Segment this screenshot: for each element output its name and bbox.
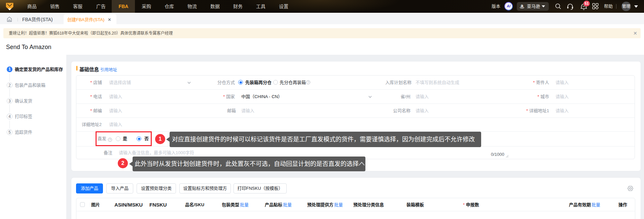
svg-text:a: a — [521, 3, 524, 8]
